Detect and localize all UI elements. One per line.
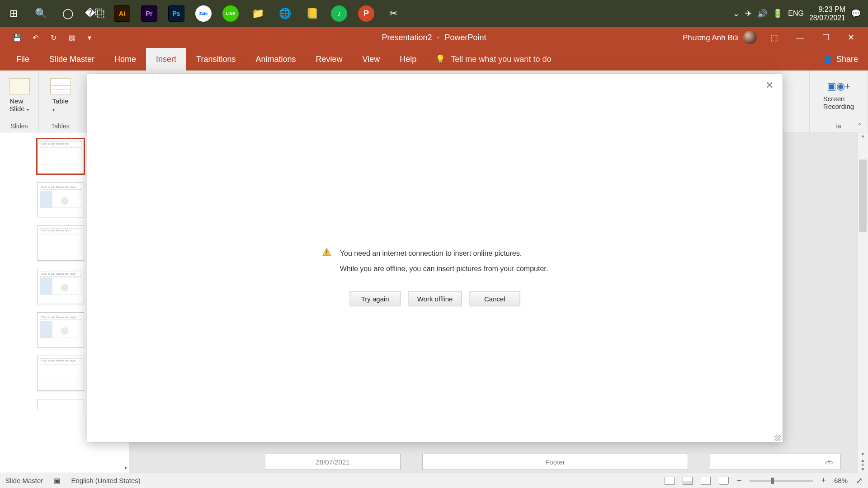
vertical-scrollbar[interactable]: ▲ ▼ ▲≡▼ — [857, 132, 868, 473]
tab-view[interactable]: View — [353, 48, 390, 70]
line-icon[interactable]: LINE — [217, 0, 244, 27]
fit-to-window-button[interactable]: ⤢ — [856, 476, 863, 486]
date-placeholder[interactable]: 28/07/2021 — [265, 454, 401, 470]
tab-animations[interactable]: Animations — [245, 48, 306, 70]
spellcheck-icon[interactable]: ▣ — [54, 477, 60, 485]
save-icon[interactable]: 💾 — [8, 27, 26, 48]
premiere-icon[interactable]: Pr — [136, 0, 163, 27]
table-button[interactable]: Table▾ — [50, 78, 71, 113]
taskbar: ⊞🔍◯�⿻AiPrPsZaloLINE📁🌐📒♪P✂ ⌄ ✈ 🔊 🔋 ENG 9:… — [0, 0, 868, 27]
zalo-icon[interactable]: Zalo — [190, 0, 217, 27]
share-icon: 👤 — [823, 54, 833, 64]
airplane-icon[interactable]: ✈ — [745, 9, 752, 19]
status-mode: Slide Master — [5, 477, 43, 484]
pagenum-placeholder[interactable]: ‹#› — [710, 454, 841, 470]
footer-placeholder[interactable]: Footer — [422, 454, 688, 470]
zoom-in-button[interactable]: + — [821, 476, 826, 485]
try-again-button[interactable]: Try again — [350, 291, 401, 306]
close-button[interactable]: ✕ — [843, 33, 859, 42]
zoom-level[interactable]: 68% — [834, 477, 848, 484]
clock[interactable]: 9:23 PM 28/07/2021 — [809, 5, 845, 22]
dialog-message-2: While you are offline, you can insert pi… — [340, 261, 548, 277]
redo-icon[interactable]: ↻ — [44, 27, 62, 48]
tab-transitions[interactable]: Transitions — [186, 48, 245, 70]
tellme-input[interactable]: Tell me what you want to do — [451, 55, 551, 64]
sorter-view-button[interactable] — [683, 477, 693, 485]
zoom-out-button[interactable]: − — [737, 476, 742, 485]
svg-rect-1 — [326, 254, 327, 255]
qa-customize[interactable]: ▾ — [80, 27, 99, 48]
system-tray: ⌄ ✈ 🔊 🔋 ENG 9:23 PM 28/07/2021 💬 — [733, 0, 868, 27]
undo-icon[interactable]: ↶ — [26, 27, 44, 48]
screen-recording-button[interactable]: ▣◉+ ScreenRecording — [823, 80, 854, 110]
restore-button[interactable]: ❐ — [818, 33, 834, 42]
tab-slide-master[interactable]: Slide Master — [39, 48, 104, 70]
spotify-icon[interactable]: ♪ — [326, 0, 353, 27]
volume-icon[interactable]: 🔊 — [757, 9, 767, 19]
slide-thumbnail[interactable] — [37, 399, 84, 410]
account-button[interactable]: Phương Anh Bùi — [683, 31, 757, 44]
powerpoint-icon[interactable]: P — [353, 0, 380, 27]
battery-icon[interactable]: 🔋 — [773, 9, 783, 19]
group-label-slides: Slides — [0, 120, 38, 132]
search-icon[interactable]: 🔍 — [27, 0, 54, 27]
slide-thumbnail[interactable]: Click to edit Master title style — [37, 312, 84, 347]
notes-icon[interactable]: 📒 — [298, 0, 326, 27]
status-language[interactable]: English (United States) — [71, 477, 140, 484]
slide-footer-placeholders: 28/07/2021 Footer ‹#› — [265, 454, 841, 470]
tab-help[interactable]: Help — [390, 48, 426, 70]
tab-insert[interactable]: Insert — [146, 48, 186, 70]
zoom-slider[interactable] — [750, 480, 813, 482]
cortana-icon[interactable]: ◯ — [54, 0, 81, 27]
photoshop-icon[interactable]: Ps — [163, 0, 190, 27]
slide-thumbnail[interactable]: Click to edit Master title style — [37, 269, 84, 304]
ribbon-tabs: FileSlide MasterHomeInsertTransitionsAni… — [0, 48, 868, 70]
slide-thumbnail[interactable]: Click to edit Master title style — [37, 356, 84, 391]
explorer-icon[interactable]: 📁 — [244, 0, 271, 27]
collapse-ribbon-button[interactable]: ⌃ — [857, 122, 863, 129]
warning-icon — [322, 247, 332, 257]
input-lang[interactable]: ENG — [788, 9, 804, 18]
reading-view-button[interactable] — [701, 477, 711, 485]
edge-icon[interactable]: 🌐 — [271, 0, 298, 27]
slideshow-view-button[interactable] — [719, 477, 729, 485]
window-title: Presentation2 - PowerPoint — [382, 33, 486, 42]
present-icon[interactable]: ▧ — [62, 27, 80, 48]
start-icon[interactable]: ⊞ — [0, 0, 27, 27]
share-button[interactable]: 👤 Share — [823, 48, 868, 70]
dialog-close-button[interactable]: ✕ — [765, 80, 774, 91]
minimize-button[interactable]: — — [792, 33, 809, 42]
snip-icon[interactable]: ✂ — [380, 0, 407, 27]
dialog-message-1: You need an internet connection to inser… — [340, 246, 548, 261]
slide-thumbnail[interactable]: Click to edit Master title — [37, 139, 84, 174]
ribbon-mode-icon[interactable]: ⬚ — [766, 33, 783, 42]
work-offline-button[interactable]: Work offline — [409, 291, 462, 306]
title-bar: 💾 ↶ ↻ ▧ ▾ Presentation2 - PowerPoint Phư… — [0, 27, 868, 48]
taskview-icon[interactable]: �⿻ — [81, 0, 108, 27]
resize-grip[interactable] — [774, 435, 781, 441]
tab-review[interactable]: Review — [306, 48, 353, 70]
tellme-icon: 💡 — [435, 54, 445, 64]
status-bar: Slide Master ▣ English (United States) −… — [0, 473, 868, 488]
online-pictures-dialog: ✕ You need an internet connection to ins… — [87, 74, 783, 442]
thumb-scroll-down[interactable]: ▾ — [124, 465, 127, 471]
tab-file[interactable]: File — [6, 48, 39, 70]
cancel-button[interactable]: Cancel — [469, 291, 520, 306]
svg-rect-0 — [326, 250, 327, 253]
notifications-icon[interactable]: 💬 — [851, 9, 861, 19]
group-label-tables: Tables — [39, 120, 82, 132]
normal-view-button[interactable] — [665, 477, 675, 485]
slide-thumbnail[interactable]: Click to edit Master title s — [37, 225, 84, 261]
illustrator-icon[interactable]: Ai — [108, 0, 136, 27]
tab-home[interactable]: Home — [104, 48, 146, 70]
avatar — [743, 31, 757, 44]
slide-thumbnail[interactable]: Click to edit Master title style — [37, 182, 84, 217]
new-slide-button[interactable]: NewSlide ▾ — [9, 78, 30, 113]
chevron-down-icon[interactable]: ⌄ — [733, 9, 740, 19]
